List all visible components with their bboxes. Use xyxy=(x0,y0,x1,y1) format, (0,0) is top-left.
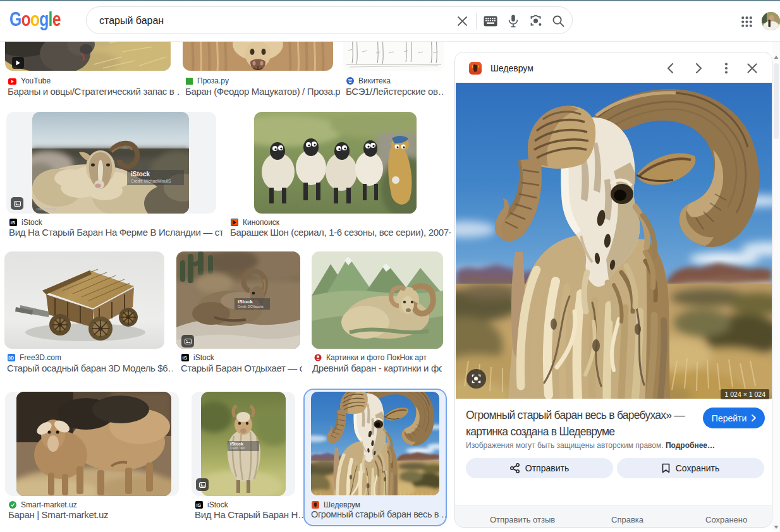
svg-text:Credit: Taid: Credit: Taid xyxy=(230,447,245,450)
svg-text:iStock: iStock xyxy=(230,442,243,446)
svg-text:iStock: iStock xyxy=(131,171,150,178)
svg-text:Credit: DCNaquita: Credit: DCNaquita xyxy=(238,305,264,308)
svg-text:iS: iS xyxy=(197,502,202,508)
svg-text:iS: iS xyxy=(183,355,188,361)
svg-text:Credit: MichaelMoullS: Credit: MichaelMoullS xyxy=(131,179,171,183)
svg-text:3D: 3D xyxy=(8,356,14,360)
svg-text:iS: iS xyxy=(11,220,16,226)
svg-text:1096225F263: 1096225F263 xyxy=(36,207,56,211)
svg-text:iStock: iStock xyxy=(238,299,253,305)
